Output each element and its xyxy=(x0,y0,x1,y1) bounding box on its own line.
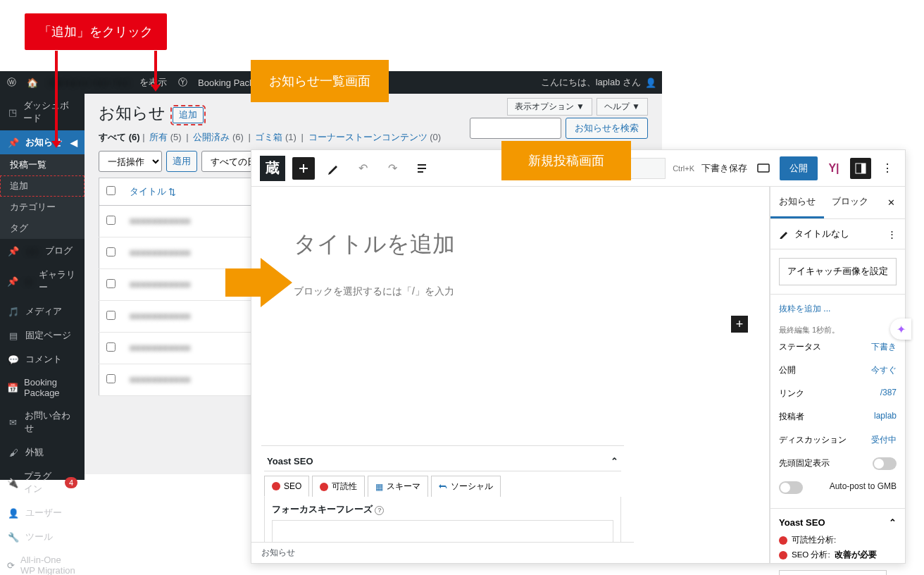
menu-gallery[interactable]: 📌xxギャラリー xyxy=(0,263,85,299)
yoast-tab-seo[interactable]: SEO xyxy=(264,476,309,497)
filter-mine[interactable]: 所有 (5) xyxy=(149,132,182,142)
menu-tools[interactable]: 🔧ツール xyxy=(0,525,85,549)
post-title-link[interactable]: ■■■■■■■■■■■ xyxy=(130,311,190,321)
filter-cornerstone[interactable]: コーナーストーンコンテンツ (0) xyxy=(308,132,442,142)
col-title[interactable]: タイトル ⇅ xyxy=(130,185,176,198)
menu-plugins[interactable]: 🔌プラグイン4 xyxy=(0,464,85,501)
share-icon: ⮪ xyxy=(439,482,447,492)
yoast-improve-button[interactable]: Yoast SEO で投稿を改善 xyxy=(779,570,887,575)
greeting-text: こんにちは、laplab さん xyxy=(541,76,641,89)
add-excerpt-link[interactable]: 抜粋を追加 ... xyxy=(779,303,897,315)
home-icon[interactable]: 🏠 xyxy=(27,77,38,88)
yoast-icon[interactable]: Ⓨ xyxy=(177,77,188,88)
menu-media[interactable]: 🎵メディア xyxy=(0,299,85,323)
menu-appearance[interactable]: 🖌外観 xyxy=(0,440,85,464)
publish-button[interactable]: 公開 xyxy=(780,156,818,180)
publish-value[interactable]: 今すぐ xyxy=(871,364,897,376)
default-block-appender[interactable]: ブロックを選択するには「/」を入力 xyxy=(294,285,727,298)
submenu-category[interactable]: カテゴリー xyxy=(0,197,85,218)
menu-users[interactable]: 👤ユーザー xyxy=(0,501,85,525)
post-title-link[interactable]: ■■■■■■■■■■■ xyxy=(130,216,190,226)
help-icon[interactable]: ? xyxy=(375,506,384,515)
close-settings-button[interactable]: ✕ xyxy=(877,187,905,218)
menu-pages[interactable]: ▤固定ページ xyxy=(0,323,85,347)
screen-options-button[interactable]: 表示オプション ▼ xyxy=(507,98,592,116)
focus-keyword-input[interactable] xyxy=(272,520,613,543)
save-draft-button[interactable]: 下書き保存 xyxy=(701,162,747,175)
row-checkbox[interactable] xyxy=(106,311,116,320)
document-outline-button[interactable] xyxy=(411,157,433,180)
add-new-button[interactable]: 追加 xyxy=(173,107,204,123)
post-title-link[interactable]: ■■■■■■■■■■■ xyxy=(130,247,190,258)
post-title-link[interactable]: ■■■■■■■■■■■ xyxy=(130,342,190,353)
document-title: タイトルなし xyxy=(794,228,849,240)
collapse-icon[interactable]: ⌃ xyxy=(611,456,618,466)
yoast-tab-social[interactable]: ⮪ソーシャル xyxy=(431,476,501,497)
settings-tab-post[interactable]: お知らせ xyxy=(770,187,824,218)
chevron-up-icon[interactable]: ⌃ xyxy=(889,517,897,528)
menu-aio-migration[interactable]: ⟳All-in-One WP Migration xyxy=(0,549,85,575)
menu-dashboard[interactable]: ◳ダッシュボード xyxy=(0,94,85,130)
settings-tab-block[interactable]: ブロック xyxy=(824,187,878,218)
ai-assist-button[interactable]: ✦ xyxy=(890,319,911,340)
media-icon: 🎵 xyxy=(7,305,20,318)
submenu-add[interactable]: 追加 xyxy=(0,175,85,197)
status-label: ステータス xyxy=(779,341,821,353)
row-checkbox[interactable] xyxy=(106,247,116,256)
menu-blog[interactable]: 📌xxxブログ xyxy=(0,239,85,263)
menu-news[interactable]: 📌お知らせ◀ xyxy=(0,130,85,154)
submenu-list[interactable]: 投稿一覧 xyxy=(0,154,85,175)
plugin-update-count: 4 xyxy=(65,477,77,488)
link-value[interactable]: /387 xyxy=(880,388,897,400)
preview-button[interactable] xyxy=(754,159,773,178)
filter-all[interactable]: すべて (6) xyxy=(99,132,140,142)
menu-contact[interactable]: ✉お問い合わせ xyxy=(0,404,85,440)
settings-sidebar-toggle[interactable] xyxy=(850,158,871,179)
yoast-sidebar-button[interactable]: Y| xyxy=(825,159,843,178)
help-button[interactable]: ヘルプ ▼ xyxy=(597,98,648,116)
autopost-toggle[interactable] xyxy=(779,481,803,494)
yoast-metabox: Yoast SEO⌃ SEO 可読性 ▦スキーマ ⮪ソーシャル フォーカスキーフ… xyxy=(261,445,624,550)
row-checkbox[interactable] xyxy=(106,216,116,225)
discussion-value[interactable]: 受付中 xyxy=(871,434,897,446)
redo-button[interactable]: ↷ xyxy=(381,157,404,180)
add-block-button[interactable]: + xyxy=(731,316,748,333)
editor-site-logo[interactable]: 蔵 xyxy=(260,156,285,181)
doc-title-more-button[interactable]: ⋮ xyxy=(887,229,897,240)
submenu-tag[interactable]: タグ xyxy=(0,218,85,239)
menu-comments[interactable]: 💬コメント xyxy=(0,347,85,371)
bulk-apply-button[interactable]: 適用 xyxy=(166,151,197,172)
search-button[interactable]: お知らせを検索 xyxy=(566,118,648,139)
wp-logo-icon[interactable]: ⓦ xyxy=(6,77,17,88)
status-value[interactable]: 下書き xyxy=(871,341,897,353)
page-icon: ▤ xyxy=(7,329,20,342)
search-input[interactable] xyxy=(470,118,561,139)
author-value[interactable]: laplab xyxy=(874,411,897,423)
filter-published[interactable]: 公開済み (6) xyxy=(193,132,244,142)
sticky-toggle[interactable] xyxy=(873,457,897,470)
readability-analysis-label: 可読性分析: xyxy=(792,535,836,545)
yoast-tab-readability[interactable]: 可読性 xyxy=(312,476,365,497)
mail-icon: ✉ xyxy=(7,416,19,428)
yoast-tab-schema[interactable]: ▦スキーマ xyxy=(368,476,428,497)
avatar-icon[interactable]: 👤 xyxy=(645,77,656,88)
select-all-checkbox[interactable] xyxy=(106,186,116,195)
sort-icon: ⇅ xyxy=(168,187,176,197)
row-checkbox[interactable] xyxy=(106,279,116,288)
editor-canvas[interactable]: タイトルを追加 ブロックを選択するには「/」を入力 + Yoast SEO⌃ S… xyxy=(251,187,770,563)
set-featured-image-button[interactable]: アイキャッチ画像を設定 xyxy=(779,258,897,285)
undo-button[interactable]: ↶ xyxy=(351,157,374,180)
post-title-input[interactable]: タイトルを追加 xyxy=(294,229,727,260)
row-checkbox[interactable] xyxy=(106,374,116,383)
inserter-toggle-button[interactable] xyxy=(292,157,315,180)
row-checkbox[interactable] xyxy=(106,342,116,352)
bulk-action-select[interactable]: 一括操作 xyxy=(99,151,162,172)
site-name[interactable]: SiteName Here Text xyxy=(48,78,130,88)
filter-trash[interactable]: ゴミ箱 (1) xyxy=(255,132,296,142)
menu-booking[interactable]: 📅Booking Package xyxy=(0,371,85,404)
more-options-button[interactable]: ⋮ xyxy=(878,159,897,178)
post-title-link[interactable]: ■■■■■■■■■■■ xyxy=(130,279,190,290)
post-title-link[interactable]: ■■■■■■■■■■■ xyxy=(130,374,190,385)
edit-mode-button[interactable] xyxy=(322,157,344,180)
plugin-icon: 🔌 xyxy=(7,476,18,489)
